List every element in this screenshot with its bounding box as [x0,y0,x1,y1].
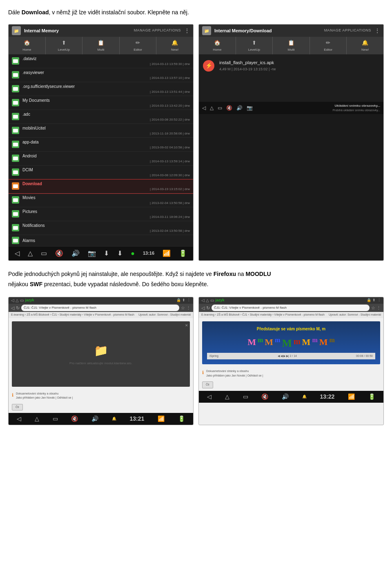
fm-tab-home-r[interactable]: 🏠Home [199,37,236,54]
screenshot-icon-r[interactable]: 📷 [247,104,253,112]
browser-url-field-left[interactable]: ČJ1: ČJ1: Vítejte v Pismenkově - písmeno… [21,305,179,311]
back-icon-r[interactable]: ◁ [202,104,206,112]
bookmark-icon-right[interactable]: ☆ [371,305,375,312]
browser-forward-btn-left[interactable]: ↻ [16,305,20,312]
back-icon[interactable]: ◁ [15,249,20,258]
footer-btn-right[interactable]: Čti [202,381,213,388]
file-item-content: Pictures | 2014-03-11 18:06:24 | drw [22,209,190,220]
browser-forward-btn-right[interactable]: ↻ [206,305,210,312]
fm-tab-home[interactable]: 🏠Home [9,37,46,54]
footer-line2-right: Jako přihlášen jako Jan Novák | Odhlásit… [206,374,263,378]
browser-url-field-right[interactable]: ČJ1: ČJ1: Vítejte v Pismenkově - písmeno… [212,305,370,311]
list-item[interactable]: DCIM | 2014-03-08 12:09:30 | drw [9,166,193,179]
fm-menu-dots-right[interactable]: ⋮ [374,27,380,35]
list-item[interactable]: Notifications | 2013-02-04 13:50:58 | dr… [9,221,193,235]
middle-text-2: na [236,271,245,277]
fm-tab-editor-r[interactable]: ✏Editor [310,37,347,54]
home-nav-right[interactable]: △ [225,392,229,401]
top-screenshots-row: 📁 Internal Memory MANAGE APPLICATIONS ⋮ … [8,24,384,261]
bookmark-icon-left[interactable]: ☆ [181,305,185,312]
home-icon[interactable]: △ [28,249,33,258]
list-item[interactable]: My Documents | 2014-03-13 13:42:20 | drw [9,96,193,110]
battery-nav-left: 🔋 [178,415,185,423]
fm-topbar-title: Internal Memory [24,27,131,34]
saving-title: Ukládání snímku obrazovky... [332,103,380,108]
list-item[interactable]: Alarms [9,235,193,247]
list-item[interactable]: mobilniUcitel | 2013-11-18 20:58:06 | dr… [9,124,193,138]
recents-icon-r[interactable]: ▭ [218,104,222,112]
list-item[interactable]: .org.sufficientlysecure.viewer | 2014-03… [9,82,193,96]
notif-icon-left: 🔔 [112,416,116,422]
fm-filelist-left: .dataviz | 2014-03-13 13:59:30 | drw .ea… [9,54,193,247]
flash-content-area-right[interactable]: Představuje se vám písmenko M, m M m M m… [202,321,380,365]
vol-nav-left[interactable]: 🔇 [71,415,78,423]
fm-tab-multi-r[interactable]: 📋Multi [273,37,310,54]
fm-tab-multi[interactable]: 📋Multi [82,37,120,54]
download2-icon[interactable]: ⬇ [117,249,122,258]
wifi-nav-left: 📶 [158,415,165,423]
list-item[interactable]: Android | 2014-03-13 13:59:14 | drw [9,152,193,166]
breadcrumb-action-right[interactable]: Upravit: autor: Somrovi - Studijní mater… [329,313,381,317]
browser-status-icons-right: 🔒 ⬆ [367,298,376,303]
info-icon-left: ℹ [12,392,13,399]
fm-manage-btn[interactable]: MANAGE APPLICATIONS [134,28,181,34]
recents-nav-right[interactable]: ▭ [243,392,248,401]
browser-back-btn-left[interactable]: ◁ [11,305,14,312]
home-nav-left[interactable]: △ [35,415,39,423]
battery-nav-right: 🔋 [368,392,375,401]
browser-url-icons-right: ☆ ⋮ [371,305,381,312]
home-icon-r[interactable]: △ [210,104,214,112]
back-nav-right[interactable]: ◁ [207,392,212,401]
browser-dots-right[interactable]: ⋮ [376,305,381,312]
browser-menu-dots-left[interactable]: ⋮ [187,298,191,303]
browser-back-btn-right[interactable]: ◁ [201,305,205,312]
file-item-content: .adc | 2014-03-08 20:52:22 | drw [22,111,190,122]
fm-manage-btn-right[interactable]: MANAGE APPLICATIONS [324,28,371,34]
list-item-download[interactable]: Download | 2014-03-19 13:15:02 | drw [9,179,193,193]
flash-letter-M1: M [247,335,256,351]
folder-icon-highlighted [12,182,19,190]
file-item-content: mobilniUcitel | 2013-11-18 20:58:06 | dr… [22,125,190,136]
apk-file-item[interactable]: ⚡ install_flash_player_ics.apk 4,49 M | … [199,54,383,77]
vol2-icon-r[interactable]: 🔊 [236,104,243,112]
right-file-manager-screenshot: 📁 Internal Memory/Download MANAGE APPLIC… [198,24,384,261]
vol2-nav-left[interactable]: 🔊 [91,415,98,423]
list-item[interactable]: Movies | 2013-02-04 13:50:58 | drw [9,193,193,207]
vol-down-icon[interactable]: 🔇 [55,249,63,258]
fm-tab-levelup-r[interactable]: ⬆LevelUp [236,37,273,54]
download-icon[interactable]: ⬇ [104,249,109,258]
vol-icon-r[interactable]: 🔇 [226,104,232,112]
notif-icon-right: 🔔 [302,394,307,400]
list-item[interactable]: .dataviz | 2014-03-13 13:59:30 | drw [9,54,193,68]
file-item-content: Alarms [22,238,190,244]
flash-playback-controls[interactable]: ◀ ◀ ▶ ▶| 2 / 14 [278,354,297,359]
recents-nav-left[interactable]: ▭ [53,415,58,423]
browser-dots-left[interactable]: ⋮ [186,305,191,312]
vol-nav-right[interactable]: 🔇 [261,392,268,401]
list-item[interactable]: Pictures | 2014-03-11 18:06:24 | drw [9,207,193,221]
apk-meta: 4,49 M | 2014-03-19 13:15:02 | -rw [219,67,276,72]
fm-tab-new[interactable]: 🔔New! [156,37,193,54]
close-btn-left[interactable]: ✕ [185,323,188,329]
flash-controls[interactable]: iSpring ◀ ◀ ▶ ▶| 2 / 14 00:08 / 00:50 [207,353,375,360]
fm-tab-editor[interactable]: ✏Editor [120,37,157,54]
fm-tab-new-r[interactable]: 🔔New! [347,37,383,54]
back-btn-left[interactable]: ◁ △ ▭ [11,297,24,303]
list-item[interactable]: .easyviewer | 2014-03-13 13:57:10 | drw [9,68,193,82]
back-btn-right[interactable]: ◁ △ ▭ [201,297,214,303]
plugin-content-area-left[interactable]: ✕ 📁 Pro načtení aktualizujte modul.klanb… [12,321,190,387]
back-nav-left[interactable]: ◁ [17,415,21,423]
fm-menu-dots[interactable]: ⋮ [184,27,190,35]
vol2-nav-right[interactable]: 🔊 [282,392,289,401]
left-file-manager-screenshot: 📁 Internal Memory MANAGE APPLICATIONS ⋮ … [8,24,194,261]
recents-icon[interactable]: ▭ [41,249,47,258]
list-item[interactable]: app-data | 2013-09-02 04:10:58 | drw [9,138,193,152]
fm-bottombar-left: ◁ △ ▭ 🔇 🔊 📷 ⬇ ⬇ ● 13:16 📶 🔋 [9,247,193,260]
browser-menu-dots-right[interactable]: ⋮ [377,298,381,303]
screenshot-icon[interactable]: 📷 [88,249,96,258]
footer-btn-left[interactable]: Čti [12,404,23,411]
fm-tab-levelup[interactable]: ⬆LevelUp [46,37,83,54]
list-item[interactable]: .adc | 2014-03-08 20:52:22 | drw [9,110,193,124]
breadcrumb-action-left[interactable]: Upravit: autor: Somrovi - Studijní mater… [138,313,191,317]
vol-up-icon[interactable]: 🔊 [71,249,80,258]
